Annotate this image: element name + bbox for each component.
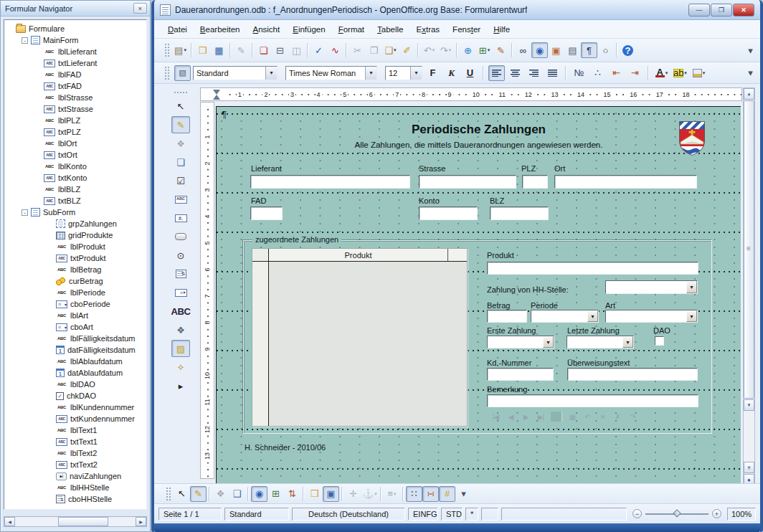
- position-size-button[interactable]: ✛: [345, 486, 361, 502]
- activation-order-button[interactable]: ⇅: [284, 486, 300, 502]
- tree-item-lblkonto[interactable]: lblKonto: [4, 161, 146, 172]
- tree-item-lblplz[interactable]: lblPLZ: [4, 115, 146, 126]
- first-record-button[interactable]: |◀: [490, 411, 501, 422]
- coat-of-arms-image[interactable]: [678, 120, 706, 156]
- language-indicator[interactable]: Deutsch (Deutschland): [292, 508, 405, 521]
- tree-item-lbldao[interactable]: lblDAO: [4, 379, 146, 390]
- tree-item-txtort[interactable]: txtOrt: [4, 149, 146, 161]
- table-button[interactable]: ⊞ ▾: [476, 42, 493, 58]
- hyperlink-button[interactable]: ⊕: [460, 42, 476, 58]
- grid-table-control[interactable]: Produkt: [252, 248, 468, 427]
- art-combo[interactable]: ▼: [605, 310, 698, 323]
- ort-field[interactable]: [554, 175, 697, 189]
- chevron-down-icon[interactable]: ▼: [543, 336, 554, 348]
- zoom-out-icon[interactable]: −: [632, 509, 642, 518]
- tree-item-txtplz[interactable]: txtPLZ: [4, 126, 146, 138]
- tree-item-datablaufdatum[interactable]: datAblaufdatum: [4, 367, 146, 379]
- toolbar-options-button[interactable]: ▾: [742, 42, 759, 58]
- close-icon[interactable]: ×: [133, 3, 147, 14]
- font-name-combo[interactable]: Times New Roman ▼: [285, 66, 377, 80]
- dropdown-arrow-icon[interactable]: ▾: [449, 47, 452, 53]
- tree-item-gridprodukte[interactable]: gridProdukte: [4, 229, 146, 241]
- menu-extras[interactable]: Extras: [410, 22, 447, 37]
- tree-item-grpzahlungen[interactable]: grpZahlungen: [4, 218, 146, 229]
- menu-fenster[interactable]: Fenster: [446, 22, 487, 37]
- toolbar-handle[interactable]: [166, 487, 171, 501]
- tree-item-chkdao[interactable]: chkDAO: [4, 390, 146, 402]
- form-title[interactable]: Periodische Zahlungen: [217, 123, 741, 137]
- automatic-control-focus-button[interactable]: ▣: [323, 486, 339, 502]
- align-right-button[interactable]: [526, 65, 542, 81]
- navigator-titlebar[interactable]: Formular Navigator ×: [1, 1, 150, 16]
- tree-item-txttext1[interactable]: txtText1: [4, 436, 146, 447]
- tree-item-lblblz[interactable]: lblBLZ: [4, 184, 146, 195]
- tree-item-cbohhstelle[interactable]: cboHHStelle: [4, 493, 146, 505]
- tree-item-txtkonto[interactable]: txtKonto: [4, 172, 146, 184]
- erste-zahlung-label[interactable]: Erste Zahlung: [487, 326, 536, 335]
- more-controls-button[interactable]: ❖: [171, 321, 190, 338]
- horizontal-ruler[interactable]: 123456789101112131415161718: [200, 87, 742, 101]
- auto-spellcheck-button[interactable]: ∿: [327, 42, 343, 58]
- tree-item-txtlieferant[interactable]: txtLieferant: [4, 57, 146, 69]
- periode-label[interactable]: Periode: [531, 301, 558, 310]
- vertical-scrollbar[interactable]: ▲ ▼ ⇈ ● ⇊: [743, 87, 755, 483]
- tree-item-lbltext1[interactable]: lblText1: [4, 424, 146, 436]
- kd-nummer-label[interactable]: Kd.-Nummer: [487, 358, 531, 367]
- push-button-control[interactable]: [171, 228, 190, 245]
- dropdown-arrow-icon[interactable]: ▾: [184, 47, 186, 53]
- form-properties-button[interactable]: ❑: [171, 153, 190, 171]
- previous-page-icon[interactable]: ⇈: [744, 462, 754, 473]
- konto-label[interactable]: Konto: [419, 196, 440, 205]
- tree-item-lbltext2[interactable]: lblText2: [4, 447, 146, 459]
- grid-corner-cell[interactable]: [252, 249, 269, 261]
- kd-nummer-field[interactable]: [487, 368, 554, 381]
- chevron-down-icon[interactable]: ▼: [686, 310, 697, 322]
- draw-functions-button[interactable]: ✎: [493, 42, 509, 58]
- menu-einfuegen[interactable]: Einfügen: [286, 22, 331, 37]
- art-label[interactable]: Art: [605, 301, 615, 310]
- tree-item-txtkundennummer[interactable]: txtKundennummer: [4, 413, 146, 424]
- undo-data-entry-button[interactable]: ↶: [582, 411, 593, 422]
- betrag-field[interactable]: [487, 310, 527, 323]
- hh-stelle-label[interactable]: Zahlung von HH-Stelle:: [487, 285, 569, 294]
- dropdown-arrow-icon[interactable]: ▾: [665, 70, 668, 76]
- tree-item-txtprodukt[interactable]: txtProdukt: [4, 252, 146, 264]
- form-canvas[interactable]: ¶ Periodische Zahlungen Alle Zahlungen, …: [216, 106, 741, 483]
- helplines-while-moving-button[interactable]: #: [439, 486, 455, 502]
- produkt-label[interactable]: Produkt: [487, 251, 514, 260]
- scroll-up-icon[interactable]: ▲: [744, 88, 754, 100]
- export-pdf-button[interactable]: ❏: [255, 42, 272, 58]
- toolbar-handle[interactable]: [164, 43, 169, 57]
- tree-item-txtblz[interactable]: txtBLZ: [4, 195, 146, 206]
- gallery-button[interactable]: ▣: [548, 42, 564, 58]
- label-field-button[interactable]: [171, 303, 190, 320]
- undo-button[interactable]: ↶ ▾: [421, 42, 437, 58]
- scroll-left-icon[interactable]: ◀: [4, 517, 15, 526]
- toolbar-options-button[interactable]: ▾: [742, 65, 759, 81]
- tree-item-cboart[interactable]: cboArt: [4, 321, 146, 333]
- list-box-button[interactable]: [171, 265, 190, 282]
- copy-button[interactable]: ❐: [366, 42, 382, 58]
- numbered-list-button[interactable]: №: [571, 65, 587, 81]
- form-properties-button[interactable]: ❑: [229, 486, 245, 502]
- form-navigator-tree[interactable]: Formulare - MainForm lblLieferant txtLie…: [4, 19, 147, 510]
- bullet-list-button[interactable]: ∴: [589, 65, 606, 81]
- page-preview-button[interactable]: ◫: [288, 42, 305, 58]
- open-in-design-mode-button[interactable]: ❒: [306, 486, 323, 502]
- plz-label[interactable]: PLZ: [521, 164, 536, 173]
- close-button[interactable]: ✕: [733, 4, 754, 16]
- chevron-down-icon[interactable]: ▼: [365, 67, 376, 80]
- erste-zahlung-combo[interactable]: ▼: [487, 336, 554, 348]
- form-footer-text[interactable]: H. Schneider - 2010/06: [245, 443, 326, 452]
- italic-button[interactable]: K: [443, 65, 460, 81]
- formatting-marks-button[interactable]: ¶: [581, 42, 597, 58]
- highlighting-button[interactable]: ▾: [672, 65, 688, 81]
- tree-item-lblort[interactable]: lblOrt: [4, 138, 146, 149]
- paragraph-style-combo[interactable]: Standard ▼: [193, 66, 278, 80]
- snap-to-grid-button[interactable]: ∺: [422, 486, 439, 502]
- insert-mode-indicator[interactable]: EINFG: [408, 508, 438, 521]
- tree-item-mainform[interactable]: - MainForm: [4, 34, 146, 46]
- print-button[interactable]: ⊟: [272, 42, 288, 58]
- save-button[interactable]: ▦: [211, 42, 227, 58]
- navigator-horizontal-scrollbar[interactable]: ◀ ▶: [4, 516, 147, 527]
